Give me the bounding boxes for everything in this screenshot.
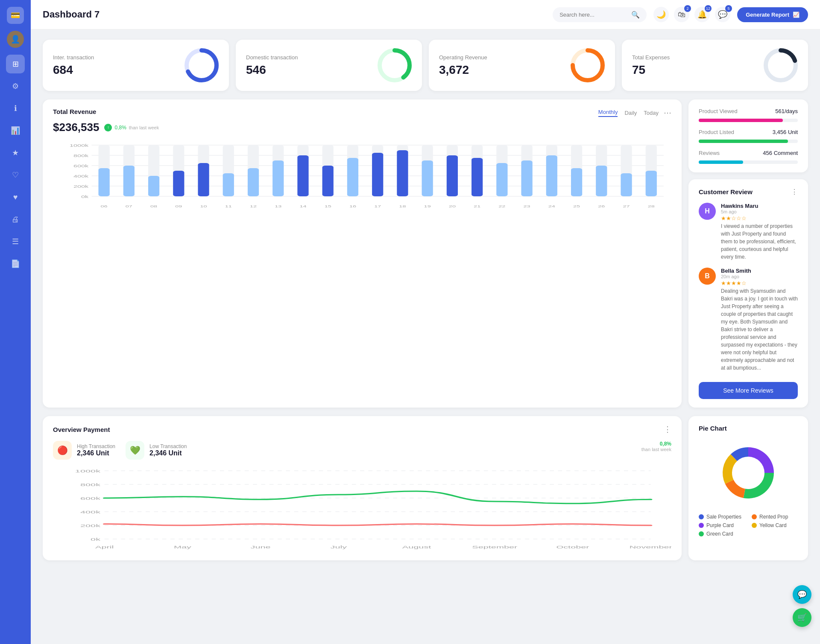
donut-chart	[764, 48, 798, 82]
sidebar-item-chart[interactable]: 📊	[6, 121, 25, 140]
charts-row: Total Revenue MonthlyDailyToday ⋯ $236,5…	[43, 99, 808, 408]
metric-product-viewed: Product Viewed 561/days	[699, 108, 798, 122]
search-bar[interactable]: 🔍	[553, 7, 647, 22]
total-revenue-card: Total Revenue MonthlyDailyToday ⋯ $236,5…	[43, 99, 682, 408]
legend-color	[699, 514, 704, 519]
svg-rect-69	[496, 163, 507, 196]
svg-text:July: July	[331, 545, 347, 549]
svg-rect-54	[372, 153, 383, 196]
svg-rect-81	[596, 166, 607, 196]
sidebar-item-info[interactable]: ℹ	[6, 99, 25, 118]
review-title: Customer Review	[699, 188, 753, 195]
sidebar-item-star[interactable]: ★	[6, 143, 25, 162]
legend-item: Green Card	[699, 531, 745, 537]
review-stars: ★★☆☆☆	[721, 215, 798, 221]
payment-more-icon[interactable]: ⋮	[664, 425, 671, 434]
review-stars: ★★★★☆	[721, 280, 798, 286]
pie-segment	[748, 447, 774, 473]
legend-label: Green Card	[706, 531, 733, 537]
pie-title: Pie Chart	[699, 425, 798, 432]
see-more-reviews-button[interactable]: See More Reviews	[699, 382, 798, 399]
svg-rect-84	[621, 173, 632, 196]
chart-header: Total Revenue MonthlyDailyToday ⋯	[53, 108, 671, 117]
fab-area: 💬 🛒	[793, 585, 811, 627]
review-content: Hawkins Maru 5m ago ★★☆☆☆ I viewed a num…	[721, 203, 798, 261]
metric-bar-bg	[699, 160, 798, 164]
review-card-header: Customer Review ⋮	[699, 188, 798, 196]
sidebar-item-settings[interactable]: ⚙	[6, 77, 25, 96]
tab-daily[interactable]: Daily	[624, 110, 637, 116]
sidebar-item-print[interactable]: 🖨	[6, 210, 25, 229]
stat-card-total-expenses: Total Expenses 75	[622, 40, 808, 91]
legend-color	[752, 523, 757, 528]
stats-row: Inter. transaction 684 Domestic transact…	[43, 40, 808, 91]
header: Dashboard 7 🔍 🌙 🛍 2 🔔 12 💬 5 Generate Re…	[31, 0, 820, 29]
sidebar-item-doc[interactable]: 📄	[6, 254, 25, 273]
support-fab[interactable]: 💬	[793, 585, 811, 604]
legend-item: Sale Properties	[699, 514, 745, 520]
legend-color	[699, 531, 704, 536]
sidebar-item-list[interactable]: ☰	[6, 232, 25, 251]
payment-title: Overview Payment	[53, 426, 110, 433]
svg-rect-36	[223, 173, 234, 196]
sidebar: 💳 👤 ⊞ ⚙ ℹ 📊 ★ ♡ ♥ 🖨 ☰ 📄	[0, 0, 31, 644]
svg-rect-57	[397, 150, 408, 196]
review-content: Bella Smith 20m ago ★★★★☆ Dealing with S…	[721, 268, 798, 372]
reviewer-name: Hawkins Maru	[721, 203, 798, 209]
main-content: Dashboard 7 🔍 🌙 🛍 2 🔔 12 💬 5 Generate Re…	[31, 0, 820, 644]
svg-text:28: 28	[648, 204, 655, 208]
payment-header: Overview Payment ⋮	[53, 425, 671, 434]
svg-text:18: 18	[399, 204, 406, 208]
legend-label: Sale Properties	[706, 514, 741, 520]
cart-btn[interactable]: 🛍 2	[674, 7, 689, 22]
svg-rect-78	[571, 168, 582, 196]
svg-rect-72	[521, 160, 533, 196]
metric-label: Product Listed	[699, 129, 734, 135]
stat-card-operating-revenue: Operating Revenue 3,672	[429, 40, 615, 91]
svg-rect-30	[173, 171, 184, 196]
high-transaction-stat: 🔴 High Transaction 2,346 Unit	[53, 441, 115, 460]
svg-text:800k: 800k	[80, 483, 101, 487]
generate-report-button[interactable]: Generate Report 📈	[737, 7, 808, 22]
svg-text:06: 06	[101, 204, 108, 208]
sidebar-item-heart-fill[interactable]: ♥	[6, 188, 25, 207]
svg-text:600k: 600k	[80, 496, 101, 501]
sidebar-logo[interactable]: 💳	[7, 7, 24, 24]
search-icon: 🔍	[631, 11, 640, 19]
page-title: Dashboard 7	[43, 9, 546, 20]
svg-text:19: 19	[424, 204, 431, 208]
metric-label: Reviews	[699, 150, 720, 156]
svg-text:12: 12	[250, 204, 257, 208]
svg-text:07: 07	[126, 204, 132, 208]
review-more-icon[interactable]: ⋮	[791, 188, 798, 196]
user-avatar[interactable]: 👤	[7, 31, 24, 48]
metric-header: Product Listed 3,456 Unit	[699, 129, 798, 137]
search-input[interactable]	[559, 12, 628, 18]
svg-rect-45	[297, 155, 308, 196]
svg-rect-21	[99, 168, 110, 196]
stat-value: 546	[246, 63, 298, 77]
sidebar-item-heart-outline[interactable]: ♡	[6, 166, 25, 184]
notifications-btn[interactable]: 🔔 12	[694, 7, 710, 22]
svg-rect-48	[322, 166, 334, 196]
svg-rect-75	[546, 155, 557, 196]
svg-text:15: 15	[325, 204, 332, 208]
more-options-icon[interactable]: ⋯	[664, 108, 671, 117]
cart-fab[interactable]: 🛒	[793, 608, 811, 627]
svg-text:April: April	[95, 545, 114, 549]
legend-color	[699, 523, 704, 528]
svg-rect-27	[148, 176, 159, 196]
tab-monthly[interactable]: Monthly	[598, 109, 618, 117]
stat-info: Operating Revenue 3,672	[439, 54, 487, 77]
tab-today[interactable]: Today	[644, 110, 659, 116]
cart-badge: 2	[684, 5, 691, 12]
svg-text:May: May	[174, 545, 192, 549]
revenue-amount: $236,535	[53, 121, 99, 134]
messages-btn[interactable]: 💬 5	[715, 7, 730, 22]
svg-rect-24	[123, 166, 135, 196]
content-area: Inter. transaction 684 Domestic transact…	[31, 29, 820, 644]
svg-text:October: October	[556, 545, 589, 549]
dark-mode-btn[interactable]: 🌙	[653, 7, 669, 22]
chart-icon: 📈	[793, 12, 800, 18]
sidebar-item-dashboard[interactable]: ⊞	[6, 55, 25, 73]
